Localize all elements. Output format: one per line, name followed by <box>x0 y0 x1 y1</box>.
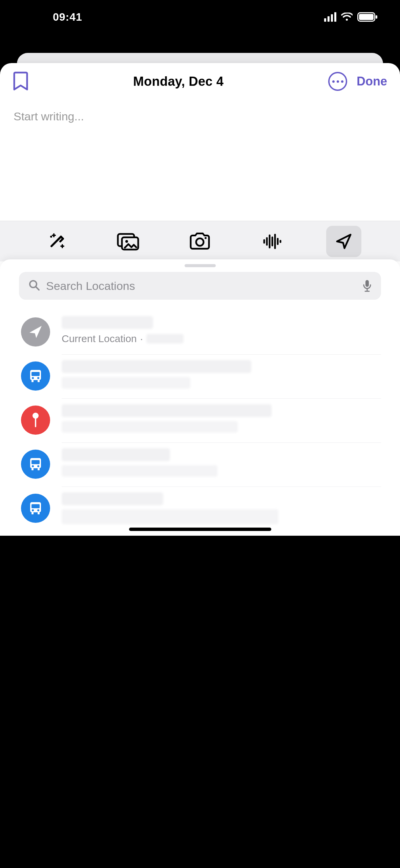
redacted-subtitle <box>62 421 238 433</box>
redacted-distance <box>146 334 184 343</box>
svg-rect-30 <box>38 512 40 514</box>
svg-point-7 <box>196 238 204 246</box>
redacted-subtitle <box>62 509 278 524</box>
location-arrow-icon <box>21 317 50 347</box>
pin-icon <box>21 406 50 435</box>
bus-icon <box>21 361 50 391</box>
svg-point-13 <box>32 377 34 379</box>
status-bar: 09:41 <box>0 0 400 34</box>
location-row[interactable] <box>0 488 400 532</box>
status-time: 09:41 <box>16 11 82 23</box>
svg-rect-12 <box>31 372 40 376</box>
battery-icon <box>357 12 378 22</box>
location-row[interactable] <box>0 399 400 443</box>
redacted-subtitle <box>62 377 190 389</box>
wifi-icon <box>341 13 353 21</box>
gallery-button[interactable] <box>110 226 146 257</box>
nav-bar: Monday, Dec 4 Done <box>0 63 400 100</box>
editor-textarea[interactable]: Start writing... <box>0 100 400 221</box>
svg-rect-15 <box>31 380 34 382</box>
home-indicator[interactable] <box>129 528 271 531</box>
locations-panel: Search Locations Current Location <box>0 259 400 536</box>
svg-rect-24 <box>38 468 40 470</box>
more-button[interactable] <box>328 72 347 91</box>
redacted-subtitle <box>62 465 217 477</box>
svg-rect-1 <box>359 14 374 20</box>
bus-icon <box>21 494 50 523</box>
svg-point-14 <box>37 377 39 379</box>
cellular-icon <box>324 12 336 22</box>
redacted-title <box>62 492 163 505</box>
dictation-button[interactable] <box>363 279 372 292</box>
svg-point-21 <box>32 465 34 467</box>
redacted-title <box>62 316 153 329</box>
status-indicators <box>324 12 384 22</box>
svg-rect-26 <box>31 504 40 508</box>
location-row-current[interactable]: Current Location · <box>0 311 400 355</box>
svg-point-3 <box>50 236 52 238</box>
bookmark-button[interactable] <box>13 71 28 92</box>
svg-point-6 <box>125 240 128 243</box>
svg-rect-16 <box>38 380 40 382</box>
nav-title: Monday, Dec 4 <box>38 74 319 89</box>
bus-icon <box>21 450 50 479</box>
search-placeholder: Search Locations <box>46 279 357 293</box>
svg-rect-18 <box>35 418 36 427</box>
editor-toolbar <box>0 221 400 261</box>
svg-rect-29 <box>31 512 34 514</box>
separator-dot: · <box>140 333 143 344</box>
audio-button[interactable] <box>254 226 290 257</box>
redacted-title <box>62 360 251 373</box>
redacted-title <box>62 448 170 461</box>
location-row[interactable] <box>0 355 400 399</box>
redacted-title <box>62 404 272 417</box>
current-location-label: Current Location <box>62 333 137 344</box>
location-list: Current Location · <box>0 311 400 532</box>
camera-button[interactable] <box>182 226 217 257</box>
done-button[interactable]: Done <box>357 74 387 88</box>
svg-point-8 <box>205 237 207 239</box>
svg-rect-2 <box>376 15 377 19</box>
svg-point-28 <box>37 509 39 511</box>
svg-point-22 <box>37 465 39 467</box>
search-icon <box>28 279 40 292</box>
svg-rect-23 <box>31 468 34 470</box>
sheet-grabber[interactable] <box>185 264 216 267</box>
editor-sheet: Monday, Dec 4 Done Start writing... <box>0 63 400 536</box>
svg-rect-20 <box>31 460 40 464</box>
location-button[interactable] <box>326 226 361 257</box>
magic-wand-button[interactable] <box>39 226 74 257</box>
svg-rect-10 <box>365 280 369 287</box>
location-row[interactable] <box>0 443 400 488</box>
location-search-field[interactable]: Search Locations <box>19 272 381 300</box>
svg-point-27 <box>32 509 34 511</box>
